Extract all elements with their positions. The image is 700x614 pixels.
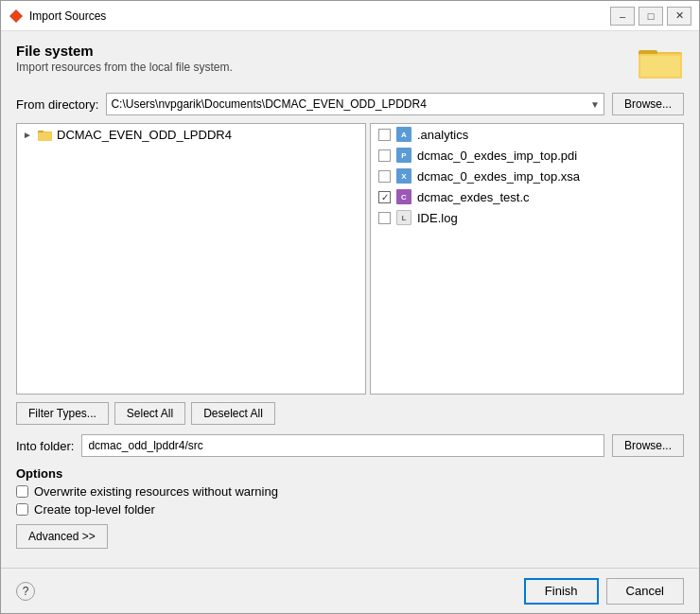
dialog-content: File system Import resources from the lo… xyxy=(1,31,699,568)
title-bar: Import Sources – □ ✕ xyxy=(1,1,699,31)
file-name: IDE.log xyxy=(417,211,458,225)
header-text: File system Import resources from the lo… xyxy=(16,43,233,74)
close-button[interactable]: ✕ xyxy=(667,7,691,26)
into-folder-input[interactable] xyxy=(81,434,604,457)
file-type-icon: C xyxy=(396,189,411,204)
file-checkbox[interactable] xyxy=(378,170,391,183)
file-name: dcmac_exdes_test.c xyxy=(417,190,530,204)
top-level-checkbox[interactable] xyxy=(16,503,28,516)
finish-button[interactable]: Finish xyxy=(524,578,599,605)
list-item[interactable]: Pdcmac_0_exdes_imp_top.pdi xyxy=(371,145,683,166)
from-directory-value: C:\Users\nvpgarik\Documents\DCMAC_EVEN_O… xyxy=(111,97,426,111)
from-directory-row: From directory: C:\Users\nvpgarik\Docume… xyxy=(16,93,684,115)
minimize-button[interactable]: – xyxy=(610,7,635,26)
window-icon xyxy=(9,9,24,24)
list-item[interactable]: Xdcmac_0_exdes_imp_top.xsa xyxy=(371,166,683,186)
file-checkbox[interactable] xyxy=(378,191,391,203)
file-type-icon: X xyxy=(396,168,411,184)
file-checkbox[interactable] xyxy=(378,129,391,141)
file-checkbox[interactable] xyxy=(378,212,391,224)
file-name: dcmac_0_exdes_imp_top.xsa xyxy=(417,169,580,184)
window-title: Import Sources xyxy=(29,9,610,23)
select-all-button[interactable]: Select All xyxy=(114,402,185,425)
import-sources-dialog: Import Sources – □ ✕ File system Import … xyxy=(0,0,700,614)
top-level-label: Create top-level folder xyxy=(34,502,155,517)
header-row: File system Import resources from the lo… xyxy=(16,43,684,83)
files-panel: A.analyticsPdcmac_0_exdes_imp_top.pdiXdc… xyxy=(370,123,684,395)
folder-icon-large xyxy=(639,43,684,83)
from-directory-label: From directory: xyxy=(16,97,98,112)
advanced-button[interactable]: Advanced >> xyxy=(16,524,108,549)
cancel-button[interactable]: Cancel xyxy=(606,578,684,605)
into-folder-browse-button[interactable]: Browse... xyxy=(612,434,684,457)
actions-row: Filter Types... Select All Deselect All xyxy=(16,402,684,425)
overwrite-checkbox[interactable] xyxy=(16,485,28,498)
file-type-icon: P xyxy=(396,148,411,163)
file-type-icon: A xyxy=(396,127,411,142)
filter-types-button[interactable]: Filter Types... xyxy=(16,402,109,425)
list-item[interactable]: LIDE.log xyxy=(371,207,683,228)
top-level-row: Create top-level folder xyxy=(16,502,684,517)
file-name: .analytics xyxy=(417,128,468,142)
list-item[interactable]: A.analytics xyxy=(371,124,683,145)
options-title: Options xyxy=(16,466,684,481)
list-item[interactable]: Cdcmac_exdes_test.c xyxy=(371,186,683,207)
svg-rect-8 xyxy=(38,132,52,141)
bottom-bar: ? Finish Cancel xyxy=(1,568,699,613)
file-checkbox[interactable] xyxy=(378,149,391,162)
deselect-all-button[interactable]: Deselect All xyxy=(191,402,275,425)
overwrite-label: Overwrite existing resources without war… xyxy=(34,484,278,499)
file-type-icon: L xyxy=(396,210,411,225)
tree-folder-label: DCMAC_EVEN_ODD_LPDDR4 xyxy=(57,128,232,142)
directory-tree-panel: ► DCMAC_EVEN_ODD_LPDDR4 xyxy=(16,123,366,395)
file-name: dcmac_0_exdes_imp_top.pdi xyxy=(417,149,577,163)
maximize-button[interactable]: □ xyxy=(639,7,663,26)
bottom-buttons: Finish Cancel xyxy=(524,578,684,605)
combo-arrow-icon: ▼ xyxy=(590,99,600,110)
into-folder-label: Into folder: xyxy=(16,439,74,453)
help-button[interactable]: ? xyxy=(16,582,35,601)
page-title: File system xyxy=(16,43,233,59)
panels-row: ► DCMAC_EVEN_ODD_LPDDR4 A.analyticsPdcma… xyxy=(16,123,684,395)
options-section: Options Overwrite existing resources wit… xyxy=(16,466,684,549)
from-directory-combo[interactable]: C:\Users\nvpgarik\Documents\DCMAC_EVEN_O… xyxy=(106,93,604,115)
tree-item[interactable]: ► DCMAC_EVEN_ODD_LPDDR4 xyxy=(17,124,365,146)
page-subtitle: Import resources from the local file sys… xyxy=(16,61,233,74)
tree-expand-icon: ► xyxy=(23,130,34,140)
tree-folder-icon xyxy=(38,129,53,142)
overwrite-row: Overwrite existing resources without war… xyxy=(16,484,684,499)
window-controls: – □ ✕ xyxy=(610,7,691,26)
into-folder-row: Into folder: Browse... xyxy=(16,434,684,457)
from-directory-browse-button[interactable]: Browse... xyxy=(612,93,684,115)
svg-rect-5 xyxy=(640,56,680,77)
